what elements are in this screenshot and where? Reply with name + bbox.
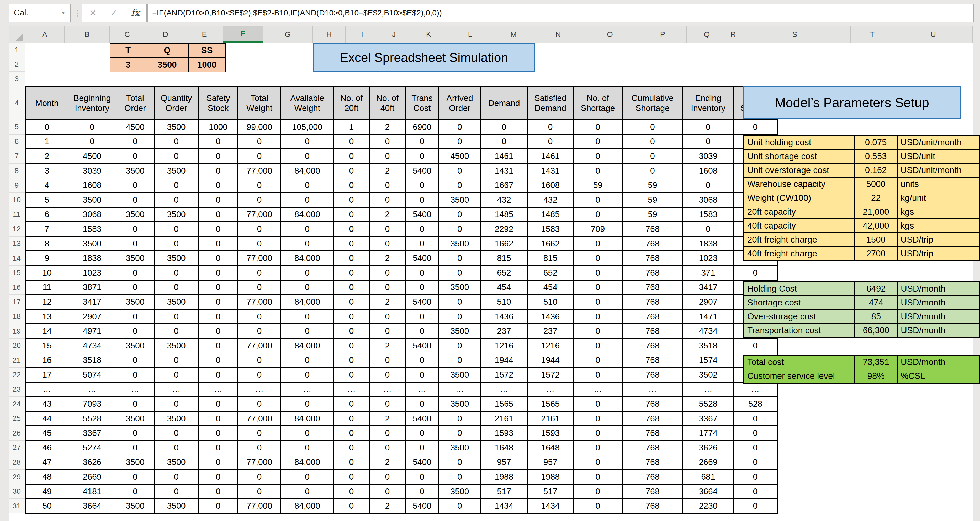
simulation-cell[interactable]: 0 — [238, 353, 281, 368]
simulation-header-cell[interactable]: Safety Stock — [199, 87, 238, 120]
simulation-cell[interactable]: 0 — [574, 164, 622, 178]
simulation-cell[interactable]: 0 — [406, 440, 439, 455]
simulation-cell[interactable]: 0 — [238, 397, 281, 411]
simulation-cell[interactable]: 2292 — [481, 222, 527, 237]
parameter-row-valu[interactable]: 21,000 — [854, 205, 897, 219]
parameter-row-unit[interactable]: USD/unit — [897, 149, 980, 164]
simulation-cell[interactable]: 0 — [238, 265, 281, 280]
simulation-cell[interactable]: 0 — [334, 207, 369, 222]
simulation-cell[interactable]: 0 — [238, 470, 281, 484]
parameter-row-valu[interactable]: 1500 — [854, 233, 897, 247]
column-header-Q[interactable]: Q — [687, 26, 727, 43]
simulation-cell[interactable]: 5400 — [406, 455, 439, 470]
simulation-cell[interactable]: 5074 — [68, 368, 116, 382]
column-header-I[interactable]: I — [345, 26, 379, 43]
simulation-cell[interactable]: 0 — [439, 338, 481, 353]
simulation-cell[interactable]: 0 — [369, 397, 406, 411]
simulation-cell[interactable]: 2669 — [683, 455, 733, 470]
simulation-cell[interactable]: … — [369, 382, 406, 397]
row-number-10[interactable]: 10 — [9, 193, 25, 207]
parameter-row-unit[interactable]: kgs — [897, 219, 980, 233]
simulation-cell[interactable]: 0 — [334, 236, 369, 251]
simulation-cell[interactable]: 84,000 — [281, 164, 334, 178]
simulation-header-cell[interactable]: Available Weight — [281, 87, 334, 120]
simulation-cell[interactable]: 517 — [481, 484, 527, 499]
simulation-cell[interactable]: 0 — [574, 397, 622, 411]
cost-row-unit[interactable]: USD/month — [897, 324, 980, 338]
simulation-cell[interactable]: 0 — [406, 484, 439, 499]
simulation-cell[interactable]: 1593 — [481, 426, 527, 440]
simulation-cell[interactable]: 0 — [199, 397, 238, 411]
row-number-15[interactable]: 15 — [9, 265, 25, 280]
column-header-F[interactable]: F — [223, 26, 263, 43]
simulation-cell[interactable]: 454 — [481, 280, 527, 295]
tqss-header-cell[interactable]: T — [110, 43, 146, 58]
simulation-cell[interactable]: 0 — [683, 134, 733, 149]
row-number-13[interactable]: 13 — [9, 237, 25, 251]
simulation-header-cell[interactable]: Cumulative Shortage — [622, 87, 683, 120]
parameter-row-valu[interactable]: 0.162 — [854, 164, 897, 177]
simulation-cell[interactable]: 3500 — [439, 236, 481, 251]
simulation-cell[interactable]: 0 — [733, 120, 778, 135]
simulation-cell[interactable]: 0 — [116, 426, 154, 440]
simulation-cell[interactable]: 2161 — [481, 411, 527, 426]
simulation-cell[interactable]: 0 — [574, 251, 622, 265]
simulation-cell[interactable]: 0 — [199, 353, 238, 368]
simulation-cell[interactable]: 0 — [199, 440, 238, 455]
simulation-cell[interactable]: 1461 — [481, 149, 527, 164]
simulation-cell[interactable]: 77,000 — [238, 499, 281, 513]
simulation-cell[interactable]: 3664 — [68, 499, 116, 513]
parameter-row-lab[interactable]: 20ft capacity — [744, 205, 854, 219]
simulation-cell[interactable]: 2 — [369, 207, 406, 222]
simulation-cell[interactable]: 0 — [199, 368, 238, 382]
simulation-cell[interactable]: 8 — [26, 236, 68, 251]
simulation-cell[interactable]: 2 — [369, 251, 406, 265]
parameter-row-unit[interactable]: kg/unit — [897, 191, 980, 205]
simulation-cell[interactable]: 3500 — [439, 484, 481, 499]
simulation-cell[interactable]: 4971 — [68, 324, 116, 338]
simulation-cell[interactable]: 0 — [199, 251, 238, 265]
simulation-cell[interactable]: 59 — [622, 192, 683, 207]
tqss-value-cell[interactable]: 3 — [110, 58, 146, 72]
cost-row-valu[interactable]: 66,300 — [854, 324, 897, 338]
parameter-row-lab[interactable]: Unit shortage cost — [744, 149, 854, 164]
row-number-9[interactable]: 9 — [9, 178, 25, 193]
column-header-A[interactable]: A — [25, 26, 65, 43]
simulation-cell[interactable]: 768 — [622, 397, 683, 411]
name-box-dropdown-icon[interactable]: ▾ — [56, 10, 70, 16]
tqss-value-cell[interactable]: 1000 — [188, 58, 226, 72]
simulation-cell[interactable]: 815 — [527, 251, 574, 265]
row-number-29[interactable]: 29 — [9, 470, 25, 484]
simulation-cell[interactable]: 0 — [199, 426, 238, 440]
simulation-cell[interactable]: 0 — [116, 397, 154, 411]
simulation-cell[interactable]: 3500 — [439, 324, 481, 338]
row-number-11[interactable]: 11 — [9, 207, 25, 222]
simulation-cell[interactable]: 528 — [733, 397, 778, 411]
enter-icon[interactable]: ✓ — [110, 8, 118, 18]
simulation-cell[interactable]: 768 — [622, 426, 683, 440]
simulation-cell[interactable]: 46 — [26, 440, 68, 455]
simulation-cell[interactable]: 2230 — [683, 499, 733, 513]
parameter-row-unit[interactable]: kgs — [897, 205, 980, 219]
simulation-cell[interactable]: 0 — [406, 397, 439, 411]
simulation-cell[interactable]: 4181 — [68, 484, 116, 499]
simulation-cell[interactable]: 768 — [622, 470, 683, 484]
simulation-cell[interactable]: 84,000 — [281, 499, 334, 513]
simulation-cell[interactable]: 0 — [154, 134, 199, 149]
simulation-cell[interactable]: 0 — [574, 499, 622, 513]
simulation-cell[interactable]: 0 — [406, 178, 439, 193]
simulation-cell[interactable]: 0 — [238, 309, 281, 324]
cost-row-lab[interactable]: Holding Cost — [744, 282, 854, 296]
simulation-cell[interactable]: 237 — [527, 324, 574, 338]
simulation-cell[interactable]: 3367 — [683, 411, 733, 426]
simulation-cell[interactable]: 0 — [334, 265, 369, 280]
simulation-cell[interactable]: 1944 — [527, 353, 574, 368]
simulation-cell[interactable]: 0 — [334, 455, 369, 470]
simulation-cell[interactable]: 0 — [199, 455, 238, 470]
simulation-cell[interactable]: 0 — [238, 178, 281, 193]
simulation-header-cell[interactable]: No. of 20ft — [334, 87, 369, 120]
simulation-cell[interactable]: 3664 — [683, 484, 733, 499]
simulation-cell[interactable]: 768 — [622, 265, 683, 280]
simulation-cell[interactable]: 957 — [527, 455, 574, 470]
simulation-cell[interactable]: 0 — [116, 440, 154, 455]
